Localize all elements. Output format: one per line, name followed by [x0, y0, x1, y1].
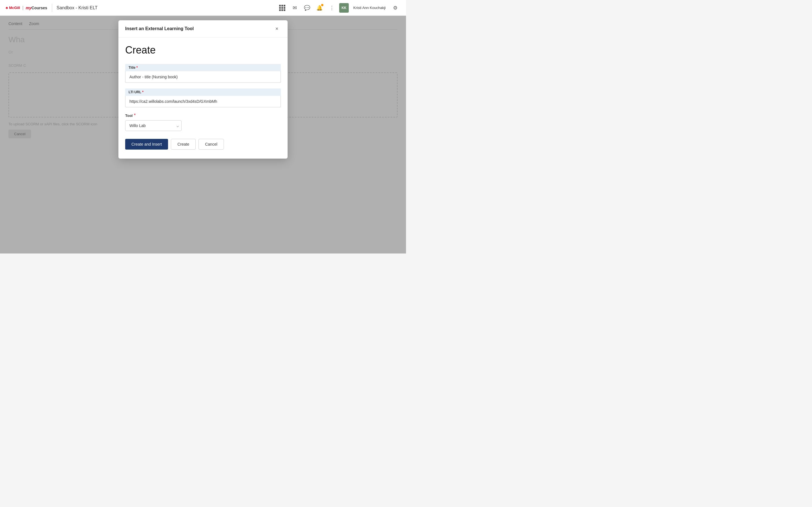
apps-grid-icon [279, 5, 285, 11]
brand-my: myCourses [26, 5, 47, 10]
settings-icon-button[interactable]: ⚙ [390, 3, 400, 13]
modal-dialog: Insert an External Learning Tool × Creat… [118, 20, 288, 159]
notification-badge [321, 4, 323, 6]
title-label: Title * [125, 64, 281, 71]
lti-url-required-star: * [142, 90, 144, 94]
mcgill-logo-text: ♣ McGill [6, 6, 20, 10]
brand: ♣ McGill | myCourses [6, 5, 47, 10]
mail-icon-button[interactable]: ✉ [290, 3, 300, 13]
more-options-button[interactable]: ⋮ [327, 3, 337, 13]
modal-title: Insert an External Learning Tool [125, 26, 194, 31]
tool-field-group: Tool * Willo Lab Other Tool ⌵ [125, 113, 281, 131]
lti-url-label: LTI URL * [125, 89, 281, 96]
user-name: Kristi Ann Kouchakji [353, 6, 386, 10]
notifications-icon-button[interactable]: 🔔 [314, 3, 324, 13]
navbar: ♣ McGill | myCourses Sandbox - Kristi EL… [0, 0, 406, 16]
lti-url-input[interactable] [125, 96, 281, 107]
tool-select-wrapper: Willo Lab Other Tool ⌵ [125, 120, 182, 131]
modal-close-button[interactable]: × [273, 25, 281, 33]
lti-url-field-group: LTI URL * [125, 89, 281, 107]
create-button[interactable]: Create [171, 139, 196, 150]
navbar-icons: ✉ 💬 🔔 ⋮ KK Kristi Ann Kouchakji ⚙ [277, 3, 400, 13]
tool-required-star: * [134, 113, 136, 118]
modal-create-heading: Create [125, 44, 281, 56]
avatar: KK [339, 3, 349, 13]
title-field-group: Title * [125, 64, 281, 83]
cancel-button[interactable]: Cancel [199, 139, 224, 150]
tool-label: Tool [125, 114, 133, 118]
title-required-star: * [137, 66, 138, 69]
page-title: Sandbox - Kristi ELT [57, 5, 98, 10]
create-and-insert-button[interactable]: Create and Insert [125, 139, 168, 150]
title-input[interactable] [125, 71, 281, 83]
modal-body: Create Title * LTI URL * Tool * [118, 38, 288, 159]
modal-actions: Create and Insert Create Cancel [125, 139, 281, 150]
modal-header: Insert an External Learning Tool × [118, 20, 288, 38]
chat-icon-button[interactable]: 💬 [302, 3, 312, 13]
tool-select[interactable]: Willo Lab Other Tool [125, 120, 182, 131]
grid-icon-button[interactable] [277, 3, 287, 13]
